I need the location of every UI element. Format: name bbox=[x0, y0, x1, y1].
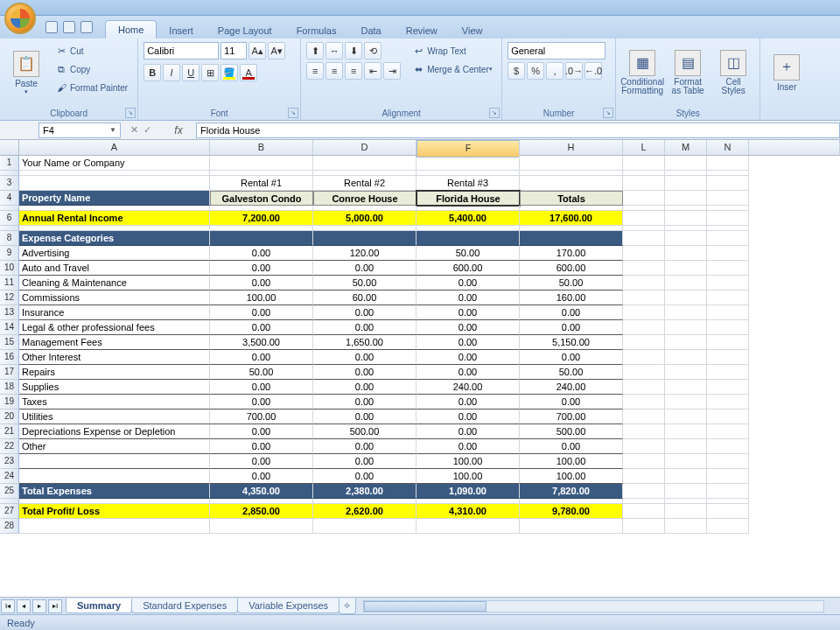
cell-B19[interactable]: 0.00 bbox=[210, 395, 313, 410]
cell-H19[interactable]: 0.00 bbox=[520, 395, 623, 410]
spreadsheet-grid[interactable]: ABDFHLMN 1346891011121314151617181920212… bbox=[0, 140, 840, 597]
cell-D17[interactable]: 0.00 bbox=[313, 365, 416, 380]
cell-L25[interactable] bbox=[623, 484, 665, 499]
cell-H4[interactable]: Totals bbox=[520, 191, 623, 206]
row-header-11[interactable]: 11 bbox=[0, 276, 19, 290]
cell-L17[interactable] bbox=[623, 365, 665, 380]
cell-D15[interactable]: 1,650.00 bbox=[313, 335, 416, 350]
cell-A1[interactable]: Your Name or Company bbox=[19, 156, 210, 171]
row-header-20[interactable]: 20 bbox=[0, 410, 19, 424]
scrollbar-thumb[interactable] bbox=[364, 601, 486, 612]
cell-D8[interactable] bbox=[313, 231, 416, 246]
cell-L14[interactable] bbox=[623, 320, 665, 335]
cell-L20[interactable] bbox=[623, 410, 665, 424]
decrease-decimal-button[interactable]: ←.0 bbox=[584, 62, 602, 80]
cell-B21[interactable]: 0.00 bbox=[210, 424, 313, 439]
cell-D11[interactable]: 50.00 bbox=[313, 276, 416, 290]
formula-input[interactable]: Florida House bbox=[196, 122, 840, 138]
cell-F17[interactable]: 0.00 bbox=[416, 365, 520, 380]
alignment-launcher-icon[interactable]: ↘ bbox=[489, 108, 500, 118]
shrink-font-button[interactable]: A▾ bbox=[268, 42, 285, 60]
cell-N20[interactable] bbox=[707, 410, 749, 424]
cell-D28[interactable] bbox=[313, 519, 416, 534]
cell-D6[interactable]: 5,000.00 bbox=[313, 211, 416, 226]
cell-M11[interactable] bbox=[665, 276, 707, 290]
name-box[interactable]: F4▼ bbox=[38, 122, 121, 138]
cell-A23[interactable] bbox=[19, 454, 210, 469]
cell-F16[interactable]: 0.00 bbox=[416, 350, 520, 365]
format-as-table-button[interactable]: ▤Format as Table bbox=[667, 42, 709, 103]
cell-F18[interactable]: 240.00 bbox=[416, 380, 520, 395]
tab-insert[interactable]: Insert bbox=[157, 22, 206, 38]
row-header-28[interactable]: 28 bbox=[0, 519, 19, 534]
cell-F6[interactable]: 5,400.00 bbox=[416, 211, 520, 226]
row-header-27[interactable]: 27 bbox=[0, 504, 19, 519]
cell-A12[interactable]: Commissions bbox=[19, 290, 210, 305]
cell-M18[interactable] bbox=[665, 380, 707, 395]
cell-D20[interactable]: 0.00 bbox=[313, 410, 416, 424]
cell-N23[interactable] bbox=[707, 454, 749, 469]
column-header-A[interactable]: A bbox=[19, 140, 210, 155]
cell-H28[interactable] bbox=[520, 519, 623, 534]
tab-data[interactable]: Data bbox=[348, 22, 393, 38]
cell-F21[interactable]: 0.00 bbox=[416, 424, 520, 439]
cell-styles-button[interactable]: ◫Cell Styles bbox=[712, 42, 754, 103]
cell-F11[interactable]: 0.00 bbox=[416, 276, 520, 290]
cell-M24[interactable] bbox=[665, 469, 707, 484]
cell-H1[interactable] bbox=[520, 156, 623, 171]
cell-F22[interactable]: 0.00 bbox=[416, 439, 520, 454]
cell-H14[interactable]: 0.00 bbox=[520, 320, 623, 335]
underline-button[interactable]: U bbox=[182, 64, 200, 81]
cell-B22[interactable]: 0.00 bbox=[210, 439, 313, 454]
office-button[interactable] bbox=[4, 3, 36, 34]
cell-L6[interactable] bbox=[623, 211, 665, 226]
cell-A13[interactable]: Insurance bbox=[19, 305, 210, 320]
cell-F10[interactable]: 600.00 bbox=[416, 261, 520, 276]
sheet-tab-summary[interactable]: Summary bbox=[66, 598, 132, 613]
cell-D27[interactable]: 2,620.00 bbox=[313, 504, 416, 519]
tab-review[interactable]: Review bbox=[394, 22, 450, 38]
cell-N21[interactable] bbox=[707, 424, 749, 439]
cell-L8[interactable] bbox=[623, 231, 665, 246]
cell-D9[interactable]: 120.00 bbox=[313, 246, 416, 261]
row-header-9[interactable]: 9 bbox=[0, 246, 19, 261]
cell-H9[interactable]: 170.00 bbox=[520, 246, 623, 261]
tab-home[interactable]: Home bbox=[105, 20, 157, 38]
cell-A28[interactable] bbox=[19, 519, 210, 534]
tab-view[interactable]: View bbox=[450, 22, 495, 38]
cell-A20[interactable]: Utilities bbox=[19, 410, 210, 424]
tab-nav-first-icon[interactable]: I◂ bbox=[1, 599, 15, 613]
cell-H16[interactable]: 0.00 bbox=[520, 350, 623, 365]
cell-H22[interactable]: 0.00 bbox=[520, 439, 623, 454]
row-header-3[interactable]: 3 bbox=[0, 176, 19, 191]
font-color-button[interactable]: A bbox=[240, 64, 257, 81]
cell-M22[interactable] bbox=[665, 439, 707, 454]
cell-H18[interactable]: 240.00 bbox=[520, 380, 623, 395]
cell-M21[interactable] bbox=[665, 424, 707, 439]
cell-M9[interactable] bbox=[665, 246, 707, 261]
cell-M27[interactable] bbox=[665, 504, 707, 519]
grow-font-button[interactable]: A▴ bbox=[248, 42, 266, 60]
cell-L13[interactable] bbox=[623, 305, 665, 320]
cell-H12[interactable]: 160.00 bbox=[520, 290, 623, 305]
cell-M25[interactable] bbox=[665, 484, 707, 499]
row-header-8[interactable]: 8 bbox=[0, 231, 19, 246]
italic-button[interactable]: I bbox=[163, 64, 180, 81]
cell-B8[interactable] bbox=[210, 231, 313, 246]
cell-D24[interactable]: 0.00 bbox=[313, 469, 416, 484]
fx-icon[interactable]: fx bbox=[161, 124, 196, 136]
cell-B24[interactable]: 0.00 bbox=[210, 469, 313, 484]
cell-M12[interactable] bbox=[665, 290, 707, 305]
column-header-N[interactable]: N bbox=[707, 140, 749, 155]
cell-H24[interactable]: 100.00 bbox=[520, 469, 623, 484]
column-header-F[interactable]: F bbox=[416, 140, 520, 158]
cell-B14[interactable]: 0.00 bbox=[210, 320, 313, 335]
cell-F3[interactable]: Rental #3 bbox=[416, 176, 520, 191]
cell-M4[interactable] bbox=[665, 191, 707, 206]
tab-nav-prev-icon[interactable]: ◂ bbox=[17, 599, 31, 613]
cell-M6[interactable] bbox=[665, 211, 707, 226]
cell-N11[interactable] bbox=[707, 276, 749, 290]
cell-A21[interactable]: Depreciations Expense or Depletion bbox=[19, 424, 210, 439]
cell-B9[interactable]: 0.00 bbox=[210, 246, 313, 261]
cell-M28[interactable] bbox=[665, 519, 707, 534]
